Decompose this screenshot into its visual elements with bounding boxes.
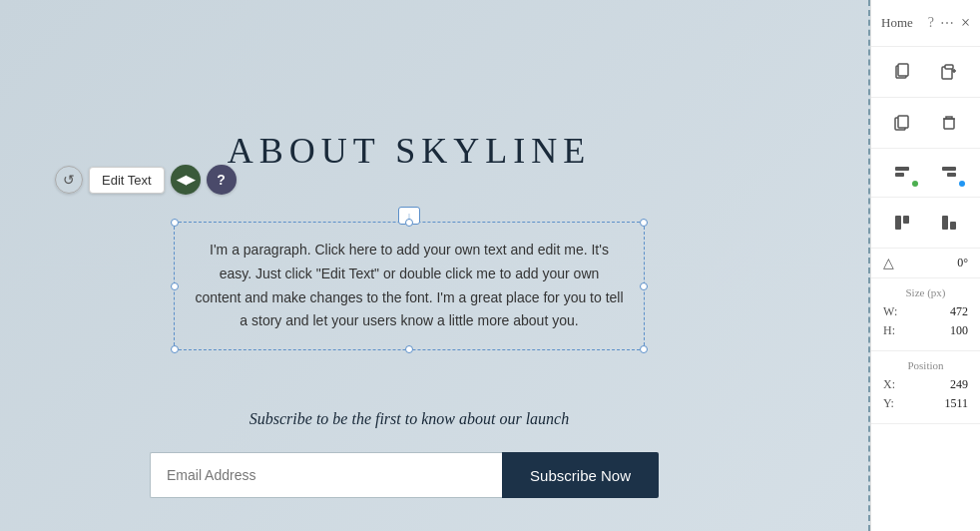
corner-dot-blue	[959, 181, 965, 187]
handle-top-right[interactable]	[640, 219, 648, 227]
y-value: 1511	[944, 396, 968, 411]
email-input[interactable]	[150, 452, 502, 498]
panel-y-row: Y: 1511	[883, 396, 968, 411]
position-section-label: Position	[883, 359, 968, 371]
panel-paste-icon[interactable]	[934, 57, 964, 87]
edit-text-button[interactable]: Edit Text	[89, 167, 165, 194]
height-value: 100	[950, 323, 968, 338]
handle-bottom-mid[interactable]	[405, 345, 413, 353]
svg-rect-15	[942, 216, 948, 230]
handle-top-mid[interactable]	[405, 219, 413, 227]
panel-icons-row-2	[871, 98, 980, 149]
subscribe-button[interactable]: Subscribe Now	[502, 452, 659, 498]
panel-header: Home ? ⋯ ×	[871, 0, 980, 47]
paragraph-textbox[interactable]: ↓ I'm a paragraph. Click here to add you…	[174, 222, 645, 350]
svg-rect-11	[942, 167, 956, 171]
svg-rect-8	[944, 119, 954, 129]
panel-close-icon[interactable]: ×	[961, 14, 970, 32]
subscribe-tagline: Subscribe to be the first to know about …	[150, 410, 669, 428]
right-panel: Home ? ⋯ ×	[870, 0, 980, 531]
panel-delete-icon[interactable]	[934, 108, 964, 138]
handle-mid-left[interactable]	[171, 282, 179, 290]
svg-rect-9	[895, 167, 909, 171]
width-value: 472	[950, 304, 968, 319]
help-icon-button[interactable]: ?	[207, 165, 237, 195]
panel-align-right-icon[interactable]	[933, 159, 965, 187]
panel-home-label: Home	[881, 15, 913, 31]
angle-icon: △	[883, 255, 894, 271]
edit-toolbar: ↺ Edit Text ◀▶ ?	[55, 165, 237, 195]
svg-rect-12	[947, 173, 956, 177]
subscribe-form: Subscribe Now	[150, 452, 659, 498]
svg-rect-14	[903, 216, 909, 224]
canvas-divider	[868, 0, 870, 531]
panel-icons-row-3	[871, 149, 980, 198]
handle-bottom-left[interactable]	[171, 345, 179, 353]
panel-size-section: Size (px) W: 472 H: 100	[871, 278, 980, 351]
x-value: 249	[950, 377, 968, 392]
reset-button[interactable]: ↺	[55, 166, 83, 194]
svg-rect-16	[950, 222, 956, 230]
handle-bottom-right[interactable]	[640, 345, 648, 353]
subscribe-section: Subscribe to be the first to know about …	[150, 410, 669, 498]
angle-value: 0°	[957, 256, 968, 270]
panel-icons-row-4	[871, 198, 980, 249]
panel-align-left-icon[interactable]	[886, 159, 918, 187]
svg-rect-13	[895, 216, 901, 230]
arrows-icon-button[interactable]: ◀▶	[171, 165, 201, 195]
width-label: W:	[883, 304, 897, 319]
handle-mid-right[interactable]	[640, 282, 648, 290]
handle-top-left[interactable]	[171, 219, 179, 227]
svg-rect-1	[898, 64, 908, 76]
svg-rect-3	[945, 65, 953, 69]
panel-dots-icon[interactable]: ⋯	[940, 15, 955, 32]
corner-dot-green	[912, 181, 918, 187]
panel-x-row: X: 249	[883, 377, 968, 392]
svg-rect-10	[895, 173, 904, 177]
y-label: Y:	[883, 396, 894, 411]
x-label: X:	[883, 377, 895, 392]
svg-rect-7	[898, 116, 908, 128]
canvas-area: ↺ Edit Text ◀▶ ? ABOUT SKYLINE ↓ I'm a p…	[0, 0, 870, 531]
panel-height-row: H: 100	[883, 323, 968, 338]
panel-question-icon[interactable]: ?	[928, 15, 934, 31]
panel-copy-icon[interactable]	[887, 57, 917, 87]
about-title: ABOUT SKYLINE	[228, 130, 591, 172]
height-label: H:	[883, 323, 895, 338]
panel-layout-icon-2[interactable]	[934, 208, 964, 238]
size-section-label: Size (px)	[883, 286, 968, 298]
panel-position-section: Position X: 249 Y: 1511	[871, 351, 980, 424]
panel-duplicate-icon[interactable]	[887, 108, 917, 138]
paragraph-text: I'm a paragraph. Click here to add your …	[195, 239, 624, 333]
panel-layout-icon-1[interactable]	[887, 208, 917, 238]
panel-icons-row-1	[871, 47, 980, 98]
panel-angle-row: △ 0°	[871, 249, 980, 278]
panel-width-row: W: 472	[883, 304, 968, 319]
